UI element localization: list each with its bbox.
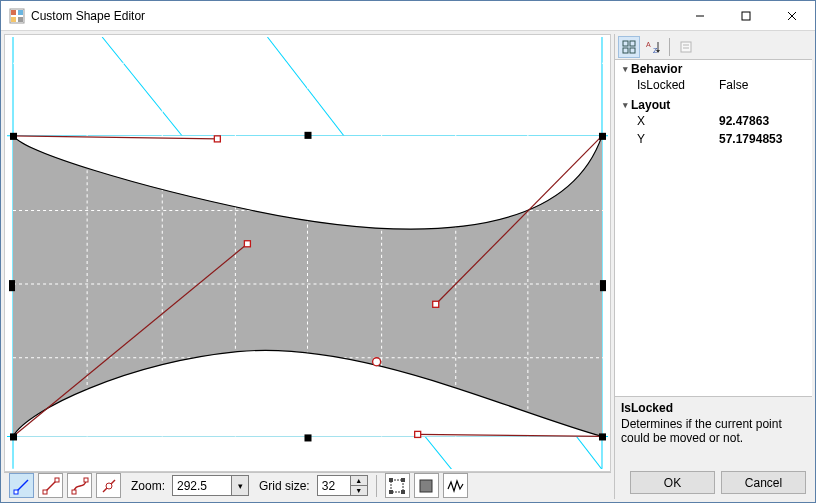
svg-point-52 bbox=[106, 483, 112, 489]
tool-line-segment[interactable] bbox=[38, 473, 63, 498]
toolbar-separator bbox=[376, 475, 377, 497]
svg-rect-47 bbox=[43, 490, 47, 494]
svg-rect-33 bbox=[599, 133, 606, 140]
svg-rect-62 bbox=[630, 48, 635, 53]
svg-rect-4 bbox=[18, 17, 23, 22]
grid-size-input[interactable] bbox=[317, 475, 351, 496]
propertygrid-toolbar: AZ bbox=[615, 34, 812, 60]
svg-rect-32 bbox=[304, 132, 311, 139]
tool-bounds[interactable] bbox=[385, 473, 410, 498]
property-y[interactable]: Y 57.1794853 bbox=[615, 132, 812, 150]
svg-rect-42 bbox=[415, 431, 421, 437]
description-body: Determines if the current point could be… bbox=[621, 417, 806, 445]
grid-size-up[interactable]: ▲ bbox=[351, 475, 368, 485]
window-title: Custom Shape Editor bbox=[31, 9, 677, 23]
property-pages-button[interactable] bbox=[675, 36, 697, 58]
property-grid-body[interactable]: ▾ Behavior IsLocked False ▾ Layout X 92.… bbox=[615, 60, 812, 396]
tool-snap[interactable] bbox=[443, 473, 468, 498]
svg-rect-54 bbox=[389, 478, 393, 482]
svg-rect-1 bbox=[11, 10, 16, 15]
shape-canvas[interactable] bbox=[4, 34, 611, 472]
tool-anchor[interactable] bbox=[96, 473, 121, 498]
expander-icon[interactable]: ▾ bbox=[619, 64, 631, 74]
svg-rect-58 bbox=[420, 480, 432, 492]
grid-size-label: Grid size: bbox=[259, 479, 310, 493]
svg-rect-39 bbox=[214, 136, 220, 142]
bottom-toolbar: Zoom: ▾ Grid size: ▲ ▼ bbox=[4, 472, 611, 499]
window: Custom Shape Editor bbox=[0, 0, 816, 503]
zoom-input[interactable] bbox=[172, 475, 232, 496]
svg-rect-60 bbox=[630, 41, 635, 46]
svg-rect-2 bbox=[18, 10, 23, 15]
svg-rect-45 bbox=[14, 490, 18, 494]
svg-rect-49 bbox=[72, 490, 76, 494]
titlebar[interactable]: Custom Shape Editor bbox=[1, 1, 815, 31]
property-islocked[interactable]: IsLocked False bbox=[615, 78, 812, 96]
svg-rect-35 bbox=[600, 280, 606, 291]
grid-size-down[interactable]: ▼ bbox=[351, 485, 368, 496]
tool-line[interactable] bbox=[9, 473, 34, 498]
svg-point-43 bbox=[373, 358, 381, 366]
minimize-button[interactable] bbox=[677, 1, 723, 30]
tool-fill[interactable] bbox=[414, 473, 439, 498]
svg-rect-37 bbox=[304, 434, 311, 441]
alphabetical-view-button[interactable]: AZ bbox=[642, 36, 664, 58]
svg-rect-48 bbox=[55, 478, 59, 482]
svg-rect-41 bbox=[244, 241, 250, 247]
svg-rect-3 bbox=[11, 17, 16, 22]
svg-rect-38 bbox=[599, 433, 606, 440]
ok-button[interactable]: OK bbox=[630, 471, 715, 494]
dialog-buttons: OK Cancel bbox=[615, 466, 812, 499]
svg-rect-66 bbox=[681, 42, 691, 52]
description-title: IsLocked bbox=[621, 401, 806, 415]
svg-rect-34 bbox=[9, 280, 15, 291]
svg-rect-50 bbox=[84, 478, 88, 482]
svg-rect-56 bbox=[389, 490, 393, 494]
svg-rect-36 bbox=[10, 433, 17, 440]
zoom-label: Zoom: bbox=[131, 479, 165, 493]
svg-rect-6 bbox=[742, 12, 750, 20]
category-layout[interactable]: ▾ Layout bbox=[615, 96, 812, 114]
svg-rect-40 bbox=[433, 301, 439, 307]
svg-rect-55 bbox=[401, 478, 405, 482]
category-behavior[interactable]: ▾ Behavior bbox=[615, 60, 812, 78]
categorized-view-button[interactable] bbox=[618, 36, 640, 58]
svg-rect-61 bbox=[623, 48, 628, 53]
tool-bezier[interactable] bbox=[67, 473, 92, 498]
cancel-button[interactable]: Cancel bbox=[721, 471, 806, 494]
close-button[interactable] bbox=[769, 1, 815, 30]
svg-rect-57 bbox=[401, 490, 405, 494]
expander-icon[interactable]: ▾ bbox=[619, 100, 631, 110]
property-x[interactable]: X 92.47863 bbox=[615, 114, 812, 132]
property-description: IsLocked Determines if the current point… bbox=[615, 396, 812, 466]
property-grid: AZ ▾ Behavior IsLocked False ▾ bbox=[614, 34, 812, 499]
svg-rect-59 bbox=[623, 41, 628, 46]
svg-text:A: A bbox=[646, 41, 651, 48]
zoom-dropdown-button[interactable]: ▾ bbox=[232, 475, 249, 496]
svg-rect-31 bbox=[10, 133, 17, 140]
app-icon bbox=[9, 8, 25, 24]
maximize-button[interactable] bbox=[723, 1, 769, 30]
